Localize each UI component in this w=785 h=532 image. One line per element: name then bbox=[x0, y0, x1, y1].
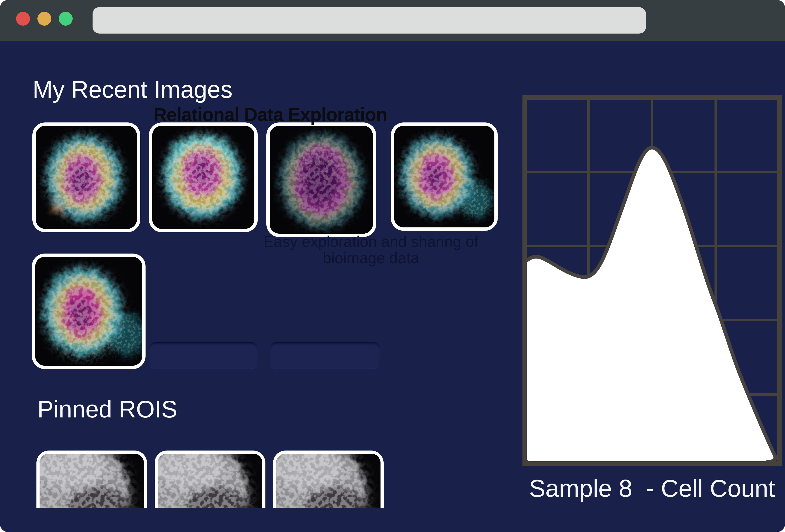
overlay-subtitle: Easy exploration and sharing of bioimage… bbox=[256, 233, 486, 266]
fluorescence-embryo-image bbox=[36, 126, 137, 229]
pinned-rois-section-title: Pinned ROIS bbox=[37, 396, 177, 422]
recent-images-section-title: My Recent Images bbox=[33, 76, 233, 103]
url-bar[interactable] bbox=[93, 7, 646, 33]
browser-titlebar bbox=[0, 0, 785, 41]
browser-window: My Recent Images Relational Data Explora… bbox=[0, 0, 785, 532]
recent-image-thumbnail-2[interactable] bbox=[149, 123, 258, 232]
recent-image-thumbnail-5[interactable] bbox=[32, 254, 146, 369]
fluorescence-embryo-image bbox=[270, 126, 373, 234]
chart-area-fill bbox=[525, 148, 775, 462]
pinned-roi-thumbnail-2[interactable] bbox=[155, 451, 265, 508]
recent-image-thumbnail-3[interactable] bbox=[267, 123, 376, 237]
empty-image-slot-2 bbox=[270, 342, 380, 369]
grayscale-roi-image bbox=[40, 454, 144, 508]
fluorescence-embryo-image bbox=[35, 257, 142, 366]
chart-title: Sample 8 - Cell Count bbox=[525, 475, 780, 503]
overlay-title: Relational Data Exploration bbox=[153, 104, 387, 125]
grayscale-roi-image bbox=[158, 454, 262, 508]
recent-image-thumbnail-4[interactable] bbox=[391, 123, 498, 231]
empty-image-slot-1 bbox=[149, 342, 258, 369]
recent-image-thumbnail-1[interactable] bbox=[32, 123, 140, 232]
zoom-window-button[interactable] bbox=[59, 12, 73, 26]
cell-count-chart bbox=[525, 98, 780, 463]
pinned-roi-thumbnail-1[interactable] bbox=[36, 451, 147, 508]
grayscale-roi-image bbox=[276, 454, 381, 508]
fluorescence-embryo-image bbox=[394, 126, 495, 228]
fluorescence-embryo-image bbox=[152, 126, 254, 229]
pinned-roi-thumbnail-3[interactable] bbox=[273, 451, 384, 508]
minimize-window-button[interactable] bbox=[37, 12, 51, 26]
close-window-button[interactable] bbox=[16, 12, 30, 26]
